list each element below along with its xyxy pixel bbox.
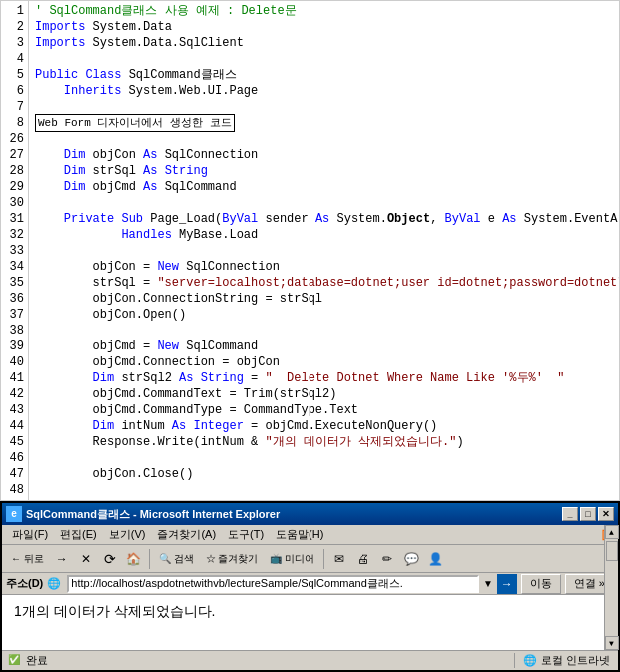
go-button[interactable]: 이동 [521, 574, 561, 594]
refresh-button[interactable]: ⟳ [99, 548, 121, 570]
status-zone-text: 로컬 인트라넷 [541, 653, 610, 668]
code-line-33 [35, 243, 619, 259]
dropdown-icon[interactable]: ▼ [483, 578, 493, 589]
code-line-36: objCon.ConnectionString = strSql [35, 291, 619, 307]
browser-title: SqlCommand클래스 - Microsoft Internet Explo… [26, 507, 562, 522]
code-line-29: Dim objCmd As SqlCommand [35, 179, 619, 195]
edit-button[interactable]: ✏ [376, 548, 398, 570]
code-line-3: Imports System.Data.SqlClient [35, 35, 619, 51]
code-line-42: objCmd.CommandText = Trim(strSql2) [35, 386, 619, 402]
scroll-thumb[interactable] [606, 541, 618, 561]
maximize-button[interactable]: □ [580, 507, 596, 521]
status-zone-icon: 🌐 [523, 654, 537, 667]
code-line-45: Response.Write(intNum & "개의 데이터가 삭제되었습니다… [35, 434, 619, 450]
address-icon: 🌐 [47, 577, 61, 590]
browser-titlebar: e SqlCommand클래스 - Microsoft Internet Exp… [2, 503, 618, 525]
close-button[interactable]: ✕ [598, 507, 614, 521]
back-button[interactable]: ← 뒤로 [6, 548, 49, 570]
ie-icon: e [6, 506, 22, 522]
scroll-up-button[interactable]: ▲ [605, 525, 619, 539]
forward-button[interactable]: → [51, 548, 73, 570]
code-line-30 [35, 195, 619, 211]
toolbar-separator-2 [323, 549, 324, 569]
page-content: 1개의 데이터가 삭제되었습니다. [14, 603, 215, 619]
status-left: ✅ 완료 [2, 653, 515, 668]
code-line-7 [35, 99, 619, 115]
menu-help[interactable]: 도움말(H) [270, 525, 329, 544]
code-line-6: Inherits System.Web.UI.Page [35, 83, 619, 99]
code-line-49: End Sub [35, 498, 619, 500]
code-line-48 [35, 482, 619, 498]
code-line-47: objCon.Close() [35, 466, 619, 482]
code-line-39: objCmd = New SqlCommand [35, 338, 619, 354]
code-line-38 [35, 323, 619, 338]
code-line-40: objCmd.Connection = objCon [35, 354, 619, 370]
address-bar: 주소(D) 🌐 ▼ → 이동 연결 » [2, 573, 618, 595]
menu-file[interactable]: 파일(F) [6, 525, 54, 544]
code-line-27: Dim objCon As SqlConnection [35, 147, 619, 163]
discuss-button[interactable]: 💬 [400, 548, 422, 570]
messenger-button[interactable]: 👤 [424, 548, 446, 570]
code-line-2: Imports System.Data [35, 19, 619, 35]
print-button[interactable]: 🖨 [352, 548, 374, 570]
browser-toolbar: ← 뒤로 → ✕ ⟳ 🏠 🔍 검색 ☆ 즐겨찾기 📺 미디어 ✉ 🖨 ✏ 💬 👤 [2, 545, 618, 573]
code-line-46 [35, 450, 619, 466]
code-line-35: strSql = "server=localhost;database=dotn… [35, 275, 619, 291]
address-input[interactable] [67, 575, 479, 593]
code-editor: 1 2 3 4 5 6 7 8 26 27 28 29 30 31 32 33 … [0, 0, 620, 501]
stop-button[interactable]: ✕ [75, 548, 97, 570]
code-line-28: Dim strSql As String [35, 163, 619, 179]
status-text: 완료 [26, 653, 48, 668]
minimize-button[interactable]: _ [562, 507, 578, 521]
code-line-43: objCmd.CommandType = CommandType.Text [35, 402, 619, 418]
code-line-32: Handles MyBase.Load [35, 227, 619, 243]
vertical-scrollbar[interactable]: ▲ ▼ [604, 525, 618, 650]
toolbar-separator-1 [149, 549, 150, 569]
code-line-44: Dim intNum As Integer = objCmd.ExecuteNo… [35, 418, 619, 434]
status-right: 🌐 로컬 인트라넷 [515, 653, 618, 668]
line-numbers: 1 2 3 4 5 6 7 8 26 27 28 29 30 31 32 33 … [1, 1, 29, 500]
code-line-5: Public Class SqlCommand클래스 [35, 67, 619, 83]
menu-favorites[interactable]: 즐겨찾기(A) [151, 525, 222, 544]
menu-tools[interactable]: 도구(T) [222, 525, 270, 544]
code-line-26 [35, 131, 619, 147]
browser-window: e SqlCommand클래스 - Microsoft Internet Exp… [0, 501, 620, 672]
mail-button[interactable]: ✉ [328, 548, 350, 570]
media-button[interactable]: 📺 미디어 [265, 548, 319, 570]
browser-content: 1개의 데이터가 삭제되었습니다. [2, 595, 618, 643]
code-content: ' SqlCommand클래스 사용 예제 : Delete문 Imports … [29, 1, 619, 500]
code-line-41: Dim strSql2 As String = " Delete Dotnet … [35, 370, 619, 386]
status-check-icon: ✅ [8, 654, 22, 668]
search-button[interactable]: 🔍 검색 [154, 548, 199, 570]
code-line-8: Web Form 디자이너에서 생성한 코드 [35, 115, 619, 131]
menu-edit[interactable]: 편집(E) [54, 525, 103, 544]
go-arrow-icon[interactable]: → [497, 574, 517, 594]
code-line-4 [35, 51, 619, 67]
code-line-37: objCon.Open() [35, 307, 619, 323]
home-button[interactable]: 🏠 [123, 548, 145, 570]
browser-statusbar: ✅ 완료 🌐 로컬 인트라넷 [2, 650, 618, 670]
favorites-button[interactable]: ☆ 즐겨찾기 [201, 548, 264, 570]
code-line-34: objCon = New SqlConnection [35, 259, 619, 275]
code-line-31: Private Sub Page_Load(ByVal sender As Sy… [35, 211, 619, 227]
window-controls: _ □ ✕ [562, 507, 614, 521]
menu-view[interactable]: 보기(V) [103, 525, 152, 544]
scroll-down-button[interactable]: ▼ [605, 636, 619, 650]
code-line-1: ' SqlCommand클래스 사용 예제 : Delete문 [35, 3, 619, 19]
browser-menubar: 파일(F) 편집(E) 보기(V) 즐겨찾기(A) 도구(T) 도움말(H) ⊞ [2, 525, 618, 545]
address-label: 주소(D) [6, 576, 43, 591]
